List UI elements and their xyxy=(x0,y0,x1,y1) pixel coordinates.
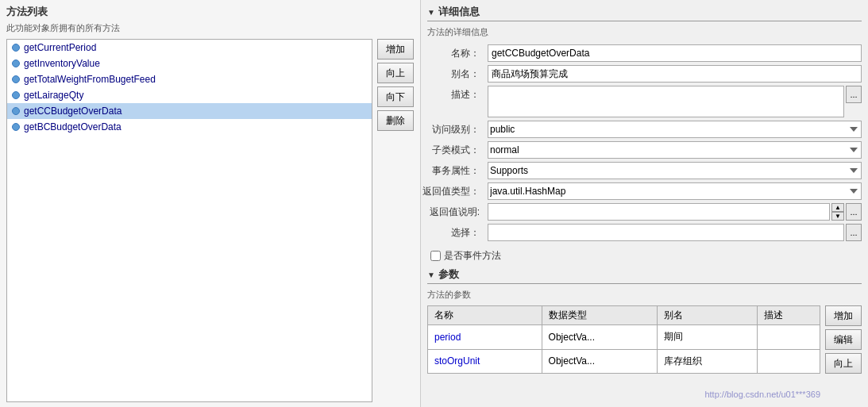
left-panel-subtitle: 此功能对象所拥有的所有方法 xyxy=(6,22,414,34)
alias-input[interactable] xyxy=(488,65,862,83)
add-param-button[interactable]: 增加 xyxy=(825,305,862,326)
method-dot-icon xyxy=(12,44,20,52)
return-desc-ellipsis-button[interactable]: ... xyxy=(846,203,862,221)
param-up-button[interactable]: 向上 xyxy=(825,353,862,374)
desc-textarea[interactable] xyxy=(488,86,844,117)
edit-param-button[interactable]: 编辑 xyxy=(825,329,862,350)
right-panel: ▼ 详细信息 方法的详细信息 名称： 别名： 描述： ... 访问级别： xyxy=(421,0,868,407)
desc-label: 描述： xyxy=(427,86,483,117)
move-down-button[interactable]: 向下 xyxy=(377,86,414,107)
method-dot-icon xyxy=(12,107,20,115)
select-label: 选择： xyxy=(427,224,483,241)
param-cell-type: ObjectVa... xyxy=(542,349,658,374)
list-and-buttons: getCurrentPeriodgetInventoryValuegetTota… xyxy=(6,39,414,402)
select-ellipsis-button[interactable]: ... xyxy=(846,224,862,241)
params-table-header-row: 名称 数据类型 别名 描述 xyxy=(428,306,820,325)
add-method-button[interactable]: 增加 xyxy=(377,39,414,60)
param-cell-name: stoOrgUnit xyxy=(428,349,542,374)
subclass-select[interactable]: normal abstract final xyxy=(488,141,862,159)
param-cell-name: period xyxy=(428,325,542,350)
subclass-field-container: normal abstract final xyxy=(488,141,862,159)
return-desc-spin: ▲ ▼ xyxy=(831,203,844,221)
event-checkbox[interactable] xyxy=(430,251,441,261)
access-label: 访问级别： xyxy=(427,121,483,138)
params-content: 名称 数据类型 别名 描述 periodObjectVa...期间stoOrgU… xyxy=(427,305,862,374)
watermark: http://blog.csdn.net/u01***369 xyxy=(704,390,820,399)
return-desc-spin-up[interactable]: ▲ xyxy=(831,203,844,212)
delete-method-button[interactable]: 删除 xyxy=(377,110,414,131)
detail-arrow-icon: ▼ xyxy=(427,8,435,17)
param-cell-alias: 库存组织 xyxy=(658,349,758,374)
method-item-name: getLairageQty xyxy=(24,90,83,101)
method-list: getCurrentPeriodgetInventoryValuegetTota… xyxy=(6,39,372,402)
param-cell-type: ObjectVa... xyxy=(542,325,658,350)
return-type-field-container: java.util.HashMap xyxy=(488,182,862,200)
transaction-select[interactable]: Supports Required RequiresNew Mandatory … xyxy=(488,162,862,179)
params-table: 名称 数据类型 别名 描述 periodObjectVa...期间stoOrgU… xyxy=(427,305,820,374)
left-panel-title: 方法列表 xyxy=(6,5,414,19)
params-arrow-icon: ▼ xyxy=(427,271,435,279)
method-list-item[interactable]: getTotalWeightFromBugetFeed xyxy=(7,71,372,87)
params-section-title: 参数 xyxy=(438,267,459,282)
param-cell-alias: 期间 xyxy=(658,325,758,350)
move-up-button[interactable]: 向上 xyxy=(377,63,414,83)
list-buttons: 增加 向上 向下 删除 xyxy=(377,39,414,402)
method-list-item[interactable]: getLairageQty xyxy=(7,87,372,103)
params-section-desc: 方法的参数 xyxy=(427,289,862,301)
main-container: 方法列表 此功能对象所拥有的所有方法 getCurrentPeriodgetIn… xyxy=(0,0,868,407)
col-desc-header: 描述 xyxy=(757,306,820,325)
method-dot-icon xyxy=(12,75,20,83)
params-buttons: 增加 编辑 向上 xyxy=(825,305,862,374)
left-panel: 方法列表 此功能对象所拥有的所有方法 getCurrentPeriodgetIn… xyxy=(0,0,421,407)
method-list-item[interactable]: getBCBudgetOverData xyxy=(7,119,372,135)
event-checkbox-row: 是否事件方法 xyxy=(427,249,862,263)
method-item-name: getTotalWeightFromBugetFeed xyxy=(24,74,156,85)
col-alias-header: 别名 xyxy=(658,306,758,325)
alias-label: 别名： xyxy=(427,65,483,83)
name-input[interactable] xyxy=(488,44,862,62)
alias-field-container xyxy=(488,65,862,83)
method-item-name: getBCBudgetOverData xyxy=(24,121,122,132)
param-cell-desc xyxy=(757,325,820,350)
return-type-select[interactable]: java.util.HashMap xyxy=(488,182,862,200)
detail-form: 名称： 别名： 描述： ... 访问级别： public protected xyxy=(427,44,862,241)
subclass-label: 子类模式： xyxy=(427,141,483,159)
detail-section-header: ▼ 详细信息 xyxy=(427,5,862,21)
method-list-item[interactable]: getInventoryValue xyxy=(7,56,372,71)
params-table-row[interactable]: stoOrgUnitObjectVa...库存组织 xyxy=(428,349,820,374)
desc-field-container: ... xyxy=(488,86,862,117)
transaction-field-container: Supports Required RequiresNew Mandatory … xyxy=(488,162,862,179)
col-name-header: 名称 xyxy=(428,306,542,325)
method-list-item[interactable]: getCurrentPeriod xyxy=(7,40,372,56)
method-item-name: getCurrentPeriod xyxy=(24,42,96,53)
params-table-row[interactable]: periodObjectVa...期间 xyxy=(428,325,820,350)
select-field-container: ... xyxy=(488,224,862,241)
name-field-container xyxy=(488,44,862,62)
method-item-name: getInventoryValue xyxy=(24,58,100,69)
event-checkbox-label: 是否事件方法 xyxy=(444,249,501,263)
params-section: ▼ 参数 方法的参数 名称 数据类型 别名 描述 xyxy=(427,267,862,374)
return-type-label: 返回值类型： xyxy=(427,182,483,200)
detail-section-desc: 方法的详细信息 xyxy=(427,26,862,38)
access-field-container: public protected private xyxy=(488,121,862,138)
method-list-item[interactable]: getCCBudgetOverData xyxy=(7,103,372,119)
name-label: 名称： xyxy=(427,44,483,62)
return-desc-field-container: ▲ ▼ ... xyxy=(488,203,862,221)
return-desc-spin-down[interactable]: ▼ xyxy=(831,212,844,221)
params-section-header: ▼ 参数 xyxy=(427,267,862,284)
transaction-label: 事务属性： xyxy=(427,162,483,179)
method-dot-icon xyxy=(12,60,20,67)
access-select[interactable]: public protected private xyxy=(488,121,862,138)
return-desc-label: 返回值说明: xyxy=(427,203,483,221)
return-desc-input[interactable] xyxy=(488,203,830,221)
select-input[interactable] xyxy=(488,224,844,241)
method-item-name: getCCBudgetOverData xyxy=(24,106,122,117)
col-type-header: 数据类型 xyxy=(542,306,658,325)
method-dot-icon xyxy=(12,91,20,99)
detail-section-title: 详细信息 xyxy=(438,5,480,19)
param-cell-desc xyxy=(757,349,820,374)
method-dot-icon xyxy=(12,123,20,131)
desc-ellipsis-button[interactable]: ... xyxy=(846,86,862,103)
